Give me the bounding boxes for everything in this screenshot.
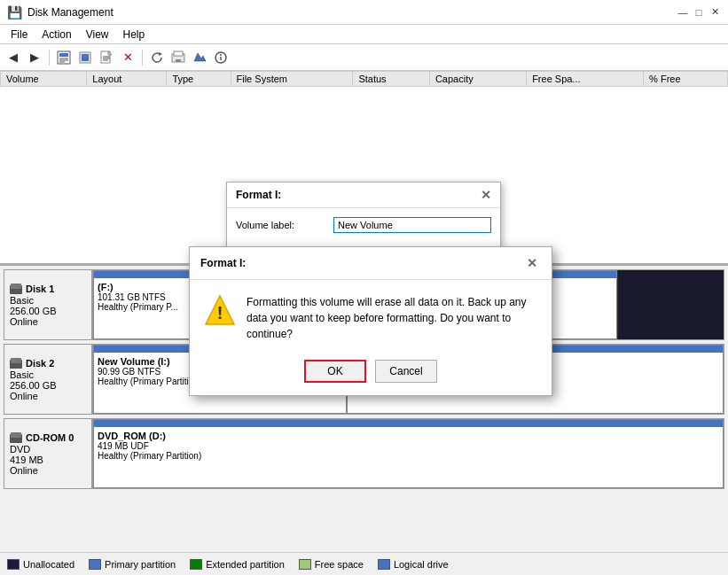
disk-name: Disk 2	[10, 357, 86, 369]
legend-bar: Unallocated Primary partition Extended p…	[0, 552, 728, 575]
refresh-button[interactable]	[147, 48, 167, 67]
back-button[interactable]: ◀	[4, 48, 23, 67]
disk-type: DVD	[10, 444, 86, 455]
svg-rect-14	[174, 51, 183, 56]
format-bg-title: Format I: ✕	[227, 183, 500, 208]
svg-rect-1	[59, 53, 68, 57]
col-status[interactable]: Status	[353, 72, 429, 87]
disk-status: Online	[10, 391, 86, 401]
svg-text:!: !	[217, 303, 223, 322]
menu-action[interactable]: Action	[35, 27, 78, 43]
confirm-body: ! Formatting this volume will erase all …	[190, 280, 552, 353]
disk-size: 256.00 GB	[10, 380, 86, 391]
maximize-button[interactable]: □	[693, 6, 705, 19]
disk-info: Disk 2 Basic 256.00 GB Online	[4, 345, 93, 414]
title-bar: 💾 Disk Management — □ ✕	[0, 0, 728, 25]
disk-type: Basic	[10, 369, 86, 380]
menu-bar: File Action View Help	[0, 25, 728, 44]
svg-rect-6	[82, 54, 89, 61]
vol-label: DVD_ROM (D:)	[98, 431, 719, 441]
menu-file[interactable]: File	[4, 27, 35, 43]
legend-color	[89, 559, 101, 570]
warning-icon: !	[204, 294, 236, 326]
svg-rect-24	[11, 432, 21, 438]
col-freespace[interactable]: Free Spa...	[527, 72, 644, 87]
toolbar-btn-5[interactable]	[97, 48, 116, 67]
forward-button[interactable]: ▶	[25, 48, 44, 67]
col-layout[interactable]: Layout	[87, 72, 167, 87]
legend-item: Logical drive	[378, 559, 449, 570]
format-dialog-background: Format I: ✕ Volume label:	[226, 182, 501, 250]
disk-status: Online	[10, 316, 86, 327]
confirm-buttons: OK Cancel	[190, 353, 552, 395]
disk-status: Online	[10, 465, 86, 476]
properties-button[interactable]	[211, 48, 231, 67]
toolbar-btn-9[interactable]	[190, 48, 209, 67]
col-type[interactable]: Type	[167, 72, 231, 87]
disk-info: CD-ROM 0 DVD 419 MB Online	[4, 419, 93, 488]
volume-label-input[interactable]	[333, 217, 491, 233]
legend-label: Unallocated	[23, 559, 74, 570]
legend-label: Primary partition	[105, 559, 176, 570]
legend-item: Extended partition	[190, 559, 285, 570]
unallocated-block	[617, 270, 724, 339]
format-bg-close[interactable]: ✕	[481, 188, 491, 202]
app-icon: 💾	[7, 5, 22, 19]
svg-rect-20	[11, 284, 21, 289]
disk-row-cdrom0: CD-ROM 0 DVD 419 MB Online DVD_ROM (D:) …	[4, 418, 724, 489]
legend-item: Primary partition	[89, 559, 176, 570]
toolbar-btn-8[interactable]	[168, 48, 188, 67]
app-title: Disk Management	[27, 6, 114, 19]
legend-label: Logical drive	[394, 559, 449, 570]
col-capacity[interactable]: Capacity	[429, 72, 526, 87]
svg-point-17	[220, 54, 222, 56]
table-header-row: Volume Layout Type File System Status Ca…	[1, 72, 728, 87]
ok-button[interactable]: OK	[304, 360, 366, 383]
vol-status: Healthy (Primary Partition)	[98, 451, 719, 461]
disk-name: CD-ROM 0	[10, 431, 86, 444]
legend-color	[7, 559, 20, 570]
menu-help[interactable]: Help	[116, 27, 153, 43]
confirm-message: Formatting this volume will erase all da…	[247, 294, 537, 342]
col-freepct[interactable]: % Free	[644, 72, 728, 87]
legend-color	[299, 559, 311, 570]
legend-label: Extended partition	[206, 559, 285, 570]
toolbar-separator-1	[49, 50, 50, 66]
volume-label-label: Volume label:	[236, 220, 333, 230]
toolbar-btn-4[interactable]	[75, 48, 95, 67]
svg-marker-12	[159, 52, 162, 56]
toolbar: ◀ ▶ ✕	[0, 44, 728, 71]
disk-type: Basic	[10, 295, 86, 306]
legend-color	[378, 559, 390, 570]
disk-size: 256.00 GB	[10, 306, 86, 316]
disk-table: Volume Layout Type File System Status Ca…	[0, 71, 728, 87]
cancel-button[interactable]: Cancel	[375, 360, 437, 383]
menu-view[interactable]: View	[79, 27, 116, 43]
legend-item: Unallocated	[7, 559, 74, 570]
col-volume[interactable]: Volume	[1, 72, 87, 87]
disk-size: 419 MB	[10, 455, 86, 465]
vol-size: 419 MB UDF	[98, 441, 719, 451]
disk-name: Disk 1	[10, 283, 86, 295]
window-controls: — □ ✕	[677, 6, 721, 19]
confirm-close-button[interactable]: ✕	[523, 254, 541, 272]
disk-info: Disk 1 Basic 256.00 GB Online	[4, 270, 93, 339]
toolbar-btn-3[interactable]	[54, 48, 74, 67]
delete-button[interactable]: ✕	[118, 48, 137, 67]
svg-rect-15	[176, 59, 181, 62]
svg-rect-22	[11, 358, 21, 363]
col-filesystem[interactable]: File System	[231, 72, 353, 87]
confirm-title: Format I: ✕	[190, 247, 552, 280]
legend-label: Free space	[315, 559, 364, 570]
close-button[interactable]: ✕	[708, 6, 721, 19]
confirm-dialog: Format I: ✕ ! Formatting this volume wil…	[189, 246, 552, 396]
toolbar-separator-2	[142, 50, 143, 66]
disk-volume[interactable]: DVD_ROM (D:) 419 MB UDF Healthy (Primary…	[93, 419, 724, 488]
legend-item: Free space	[299, 559, 364, 570]
minimize-button[interactable]: —	[677, 6, 689, 19]
legend-color	[190, 559, 202, 570]
disk-volumes: DVD_ROM (D:) 419 MB UDF Healthy (Primary…	[93, 419, 724, 488]
